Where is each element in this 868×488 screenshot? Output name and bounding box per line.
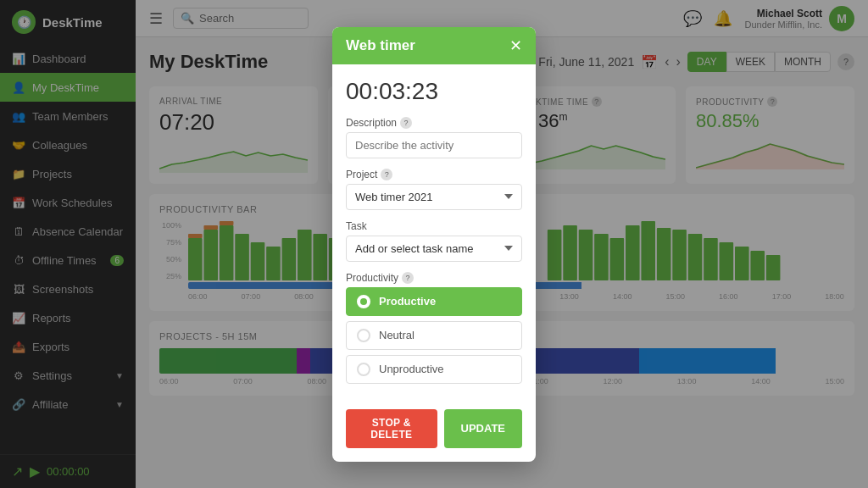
radio-circle-unproductive [357, 363, 370, 376]
radio-label-productive: Productive [379, 295, 436, 308]
modal-header: Web timer ✕ [332, 27, 536, 64]
radio-circle-productive [357, 295, 370, 308]
timer-display: 00:03:23 [346, 78, 522, 105]
task-group: Task Add or select task name [346, 220, 522, 262]
project-help-icon: ? [381, 169, 392, 180]
update-button[interactable]: UPDATE [444, 409, 522, 448]
radio-label-neutral: Neutral [379, 329, 415, 341]
radio-neutral[interactable]: Neutral [346, 321, 522, 350]
radio-unproductive[interactable]: Unproductive [346, 355, 522, 384]
productivity-help-icon: ? [402, 272, 414, 284]
description-help-icon: ? [400, 117, 412, 129]
web-timer-modal: Web timer ✕ 00:03:23 Description ? Proje… [332, 27, 536, 462]
radio-dot-productive [360, 298, 367, 305]
task-label: Task [346, 220, 522, 232]
radio-label-unproductive: Unproductive [379, 363, 444, 375]
project-label: Project ? [346, 169, 522, 180]
productivity-section: Productivity ? Productive Neutral Unprod… [346, 272, 522, 384]
description-label: Description ? [346, 117, 522, 129]
modal-close-button[interactable]: ✕ [509, 38, 522, 53]
radio-productive[interactable]: Productive [346, 287, 522, 316]
modal-title: Web timer [346, 37, 415, 54]
productivity-label: Productivity ? [346, 272, 522, 284]
description-group: Description ? [346, 117, 522, 158]
task-select[interactable]: Add or select task name [346, 236, 522, 262]
project-select[interactable]: Web timer 2021Project AlphaProject Beta [346, 184, 522, 210]
modal-footer: STOP & DELETE UPDATE [332, 409, 536, 462]
modal-overlay: Web timer ✕ 00:03:23 Description ? Proje… [0, 0, 868, 488]
stop-delete-button[interactable]: STOP & DELETE [346, 409, 437, 448]
description-input[interactable] [346, 132, 522, 158]
modal-body: 00:03:23 Description ? Project ? Web tim… [332, 64, 536, 409]
project-group: Project ? Web timer 2021Project AlphaPro… [346, 169, 522, 210]
radio-circle-neutral [357, 329, 370, 342]
